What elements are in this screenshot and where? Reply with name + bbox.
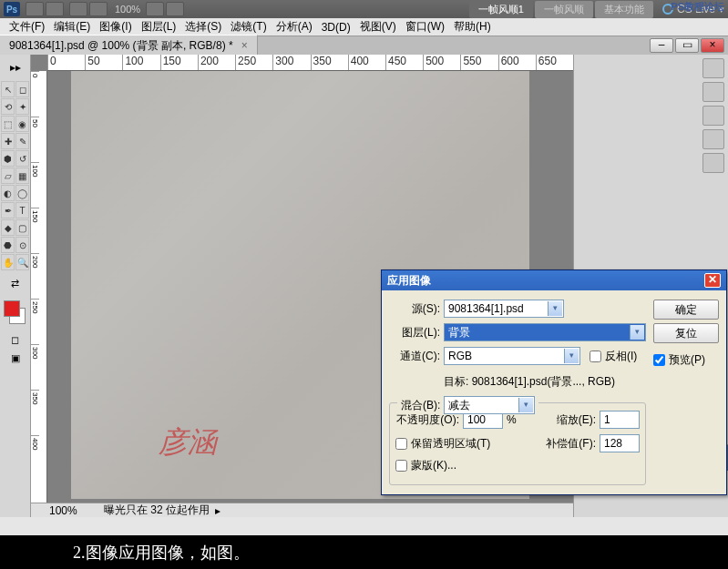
screenmode-button[interactable] — [89, 2, 108, 16]
dialog-close-button[interactable]: ✕ — [704, 273, 721, 288]
offset-input[interactable] — [600, 434, 640, 452]
menu-3d[interactable]: 3D(D) — [318, 19, 354, 36]
brush-tool[interactable]: ✎ — [15, 133, 29, 149]
foreground-color[interactable] — [4, 300, 20, 317]
styles-panel-icon[interactable] — [702, 106, 724, 126]
chevron-down-icon: ▾ — [548, 301, 562, 316]
chevron-down-icon: ▾ — [564, 349, 579, 363]
eyedropper-tool[interactable]: ◉ — [15, 116, 29, 132]
scale-input[interactable] — [600, 411, 640, 429]
hand-tool[interactable]: ✋ — [1, 254, 15, 270]
blur-tool[interactable]: ◐ — [1, 185, 15, 201]
path-tool[interactable]: ◆ — [1, 219, 15, 236]
3d-tool[interactable]: ⬣ — [1, 237, 15, 253]
masks-panel-icon[interactable] — [702, 153, 724, 173]
preserve-label: 保留透明区域(T) — [411, 436, 490, 452]
history-brush-tool[interactable]: ↺ — [15, 150, 29, 167]
ps-logo: Ps — [4, 2, 20, 16]
titlebar: Ps 100% 一帧风顺1 一帧风顺 基本功能 CS Live ▾ PS教程论坛 — [0, 0, 728, 18]
dialog-titlebar[interactable]: 应用图像 ✕ — [382, 270, 726, 290]
swap-colors-icon[interactable]: ⇄ — [3, 275, 27, 291]
window-minimize[interactable]: – — [650, 38, 673, 53]
chevron-down-icon: ▾ — [630, 325, 644, 340]
menu-edit[interactable]: 编辑(E) — [50, 17, 94, 36]
chevron-down-icon: ▾ — [518, 398, 533, 412]
minibridge-button[interactable] — [46, 2, 64, 16]
zoom-shortcut[interactable] — [166, 2, 184, 16]
site-watermark: PS教程论坛 — [671, 0, 724, 14]
scale-label: 缩放(E): — [557, 412, 596, 428]
channel-label: 通道(C): — [389, 349, 440, 364]
menu-view[interactable]: 视图(V) — [356, 17, 400, 36]
apply-image-dialog: 应用图像 ✕ 源(S): 9081364[1].psd▾ 图层(L): 背景▾ … — [381, 269, 727, 495]
tools-panel: ▸▸ ↖◻ ⟲✦ ⬚◉ ✚✎ ⬢↺ ▱▦ ◐◯ ✒T ◆▢ ⬣⊙ ✋🔍 ⇄ — [0, 55, 31, 517]
menu-layer[interactable]: 图层(L) — [138, 17, 180, 36]
window-maximize[interactable]: ▭ — [675, 38, 699, 53]
move-tool[interactable]: ↖ — [1, 81, 15, 97]
signature-text: 彦涵 — [159, 422, 217, 462]
expand-tools-icon[interactable]: ▸▸ — [2, 56, 29, 78]
ok-button[interactable]: 确定 — [653, 300, 719, 320]
mask-label: 蒙版(K)... — [411, 458, 456, 473]
menu-file[interactable]: 文件(F) — [5, 17, 48, 36]
source-combo[interactable]: 9081364[1].psd▾ — [444, 300, 564, 318]
blend-combo[interactable]: 减去▾ — [444, 396, 535, 414]
menu-analysis[interactable]: 分析(A) — [272, 17, 316, 36]
dialog-title-text: 应用图像 — [387, 273, 431, 289]
zoom-display[interactable]: 100% — [115, 4, 140, 15]
cancel-button[interactable]: 复位 — [653, 323, 719, 343]
hand-shortcut[interactable] — [146, 2, 164, 16]
preview-checkbox[interactable] — [653, 354, 665, 366]
layer-combo[interactable]: 背景▾ — [444, 323, 646, 341]
crop-tool[interactable]: ⬚ — [1, 116, 15, 132]
blend-label: 混合(B): — [401, 398, 440, 413]
workspace-tab-1[interactable]: 一帧风顺1 — [469, 1, 533, 18]
opacity-label: 不透明度(O): — [395, 412, 459, 428]
swatches-panel-icon[interactable] — [702, 82, 724, 102]
invert-label: 反相(I) — [605, 349, 637, 364]
bridge-button[interactable] — [26, 2, 44, 16]
3d-camera-tool[interactable]: ⊙ — [15, 237, 29, 253]
mask-checkbox[interactable] — [395, 460, 407, 472]
document-title: 9081364[1].psd @ 100% (背景 副本, RGB/8) * — [9, 39, 233, 52]
offset-label: 补偿值(F): — [546, 436, 596, 452]
menu-help[interactable]: 帮助(H) — [450, 17, 495, 36]
lasso-tool[interactable]: ⟲ — [1, 98, 15, 115]
workspace-tab-2[interactable]: 一帧风顺 — [535, 1, 593, 18]
gradient-tool[interactable]: ▦ — [15, 168, 29, 184]
eraser-tool[interactable]: ▱ — [1, 168, 15, 184]
menu-window[interactable]: 窗口(W) — [402, 17, 448, 36]
document-tab[interactable]: 9081364[1].psd @ 100% (背景 副本, RGB/8) * × — [0, 35, 258, 56]
target-value: 9081364[1].psd(背景..., RGB) — [472, 375, 615, 388]
healing-tool[interactable]: ✚ — [1, 133, 15, 149]
viewmode-button[interactable] — [69, 2, 87, 16]
stamp-tool[interactable]: ⬢ — [1, 150, 15, 167]
screenmode-toggle[interactable]: ▣ — [3, 350, 27, 366]
workspace-tabs: 一帧风顺1 一帧风顺 基本功能 — [469, 1, 653, 18]
preserve-transparency-checkbox[interactable] — [395, 438, 407, 450]
type-tool[interactable]: T — [15, 202, 29, 218]
shape-tool[interactable]: ▢ — [15, 219, 29, 236]
quickmask-toggle[interactable]: ◻ — [3, 331, 27, 348]
menu-filter[interactable]: 滤镜(T) — [227, 17, 270, 36]
layer-label: 图层(L): — [389, 325, 440, 340]
color-swatches[interactable] — [0, 297, 30, 328]
adjustments-panel-icon[interactable] — [702, 129, 724, 149]
target-label: 目标: — [444, 375, 468, 388]
pen-tool[interactable]: ✒ — [1, 202, 15, 218]
menu-select[interactable]: 选择(S) — [181, 17, 225, 36]
ruler-vertical: 050100150200250300350400 — [31, 71, 47, 503]
wand-tool[interactable]: ✦ — [15, 98, 29, 115]
marquee-tool[interactable]: ◻ — [15, 81, 29, 97]
channel-combo[interactable]: RGB▾ — [444, 347, 580, 365]
source-label: 源(S): — [389, 301, 440, 317]
menu-image[interactable]: 图像(I) — [96, 17, 135, 36]
close-icon[interactable]: × — [241, 39, 248, 52]
invert-checkbox[interactable] — [590, 351, 601, 362]
zoom-tool[interactable]: 🔍 — [15, 254, 29, 270]
workspace-tab-3[interactable]: 基本功能 — [595, 1, 653, 18]
dodge-tool[interactable]: ◯ — [15, 185, 29, 201]
status-zoom[interactable]: 100% — [49, 504, 104, 517]
window-close[interactable]: × — [701, 38, 724, 53]
color-panel-icon[interactable] — [702, 58, 724, 78]
